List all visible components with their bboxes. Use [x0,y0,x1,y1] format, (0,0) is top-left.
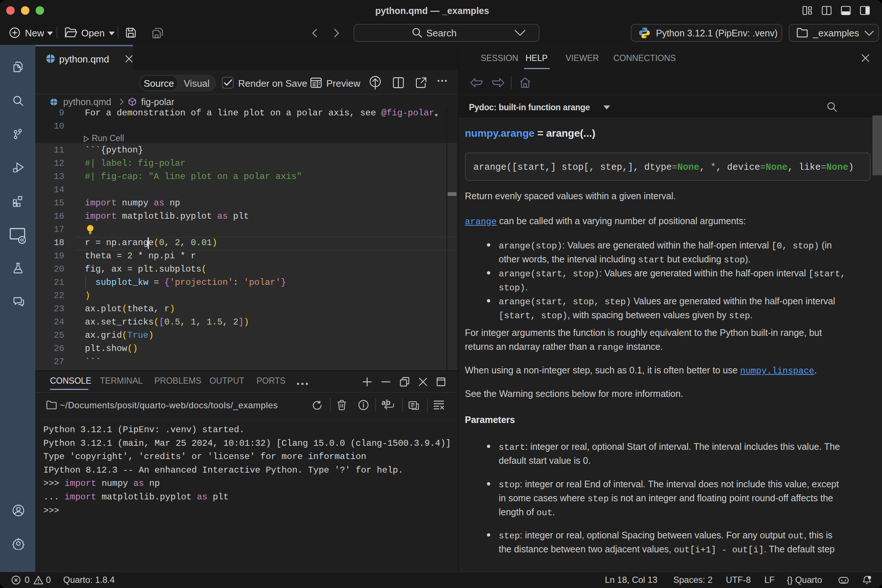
svg-text:ab: ab [381,398,391,406]
